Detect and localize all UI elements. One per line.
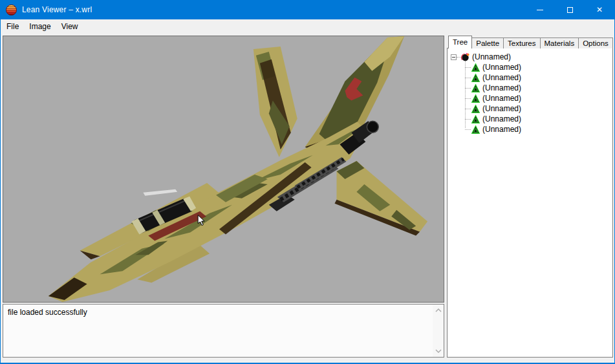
model-viewport[interactable]	[3, 36, 444, 303]
tree-children: (Unnamed) (Unnamed)	[448, 62, 612, 134]
tree-item-label: (Unnamed)	[482, 104, 521, 113]
mesh-node-icon	[471, 83, 480, 92]
mesh-node-icon	[471, 63, 480, 72]
tab-tree[interactable]: Tree	[448, 36, 472, 48]
scroll-up-button[interactable]	[434, 306, 443, 314]
scene-tree: (Unnamed) (Unnamed)	[447, 48, 613, 358]
tab-materials[interactable]: Materials	[540, 37, 579, 48]
jet-model-rendering	[3, 36, 444, 302]
tree-item-label: (Unnamed)	[482, 83, 521, 92]
tree-root-item[interactable]: (Unnamed)	[448, 52, 612, 62]
tree-item[interactable]: (Unnamed)	[448, 103, 612, 114]
tree-item-label: (Unnamed)	[482, 73, 521, 82]
scroll-down-button[interactable]	[434, 347, 443, 355]
window-title: Lean Viewer – x.wrl	[22, 5, 92, 14]
log-message: file loaded successfully	[8, 308, 87, 317]
right-panel: Tree Palette Textures Materials Options	[447, 36, 613, 358]
tree-item[interactable]: (Unnamed)	[448, 124, 612, 134]
app-logo-icon[interactable]	[6, 5, 17, 16]
log-scrollbar[interactable]	[433, 305, 444, 357]
tree-item[interactable]: (Unnamed)	[448, 83, 612, 93]
tree-item-label: (Unnamed)	[482, 125, 521, 134]
chevron-up-icon	[435, 308, 442, 312]
close-button[interactable]: ✕	[585, 0, 614, 19]
scene-node-icon	[460, 52, 469, 61]
collapse-expander-icon[interactable]	[451, 54, 457, 60]
mesh-node-icon	[471, 73, 480, 82]
menu-image[interactable]: Image	[24, 19, 56, 34]
tree-item-label: (Unnamed)	[482, 94, 521, 103]
tree-item[interactable]: (Unnamed)	[448, 114, 612, 124]
minimize-button[interactable]	[525, 0, 555, 19]
tab-palette[interactable]: Palette	[471, 37, 504, 48]
mesh-node-icon	[471, 94, 480, 103]
menu-bar: File Image View	[1, 19, 614, 34]
mesh-node-icon	[471, 125, 480, 134]
tree-item[interactable]: (Unnamed)	[448, 72, 612, 83]
tab-textures[interactable]: Textures	[503, 37, 540, 48]
maximize-icon	[567, 7, 573, 13]
tree-item[interactable]: (Unnamed)	[448, 62, 612, 72]
tree-item-label: (Unnamed)	[482, 114, 521, 123]
menu-file[interactable]: File	[1, 19, 24, 34]
mesh-node-icon	[471, 114, 480, 123]
window-controls: ✕	[525, 0, 614, 19]
app-window: Lean Viewer – x.wrl ✕ File Image View	[0, 0, 615, 364]
minimize-icon	[537, 10, 543, 10]
close-icon: ✕	[596, 6, 603, 14]
chevron-down-icon	[435, 349, 442, 353]
tree-item-label: (Unnamed)	[482, 63, 521, 72]
maximize-button[interactable]	[555, 0, 585, 19]
menu-view[interactable]: View	[56, 19, 83, 34]
log-panel[interactable]: file loaded successfully	[3, 304, 444, 358]
tab-strip: Tree Palette Textures Materials Options	[447, 36, 613, 48]
title-bar[interactable]: Lean Viewer – x.wrl ✕	[1, 0, 614, 19]
tab-options[interactable]: Options	[578, 37, 613, 48]
tree-item-label: (Unnamed)	[472, 52, 511, 61]
tree-item[interactable]: (Unnamed)	[448, 93, 612, 103]
mesh-node-icon	[471, 104, 480, 113]
